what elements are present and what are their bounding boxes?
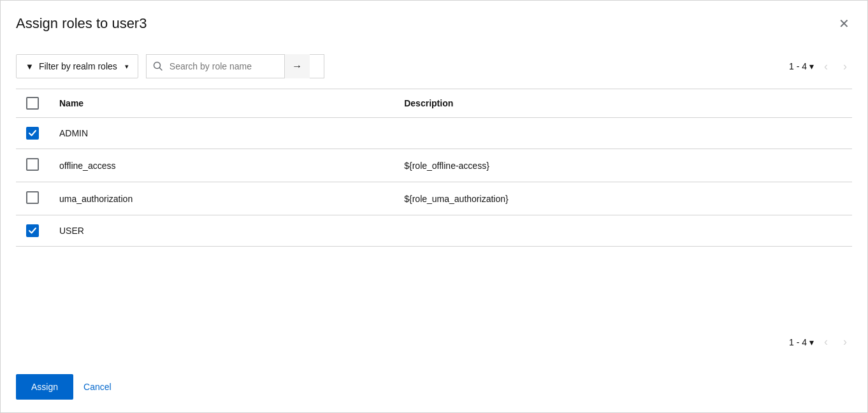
row-offline-checkbox[interactable] bbox=[26, 158, 39, 171]
filter-label: Filter by realm roles bbox=[39, 61, 117, 71]
footer-actions: Assign Cancel bbox=[1, 361, 867, 412]
table-row: offline_access ${role_offline-access} bbox=[16, 149, 852, 182]
row-admin-name: ADMIN bbox=[49, 118, 394, 149]
row-user-name: USER bbox=[49, 215, 394, 247]
row-user-checkbox[interactable] bbox=[26, 224, 39, 237]
close-icon: ✕ bbox=[839, 16, 850, 31]
assign-roles-dialog: Assign roles to user3 ✕ ▼ Filter by real… bbox=[0, 0, 868, 413]
select-all-checkbox[interactable] bbox=[26, 97, 39, 110]
page-range-label-top: 1 - 4 bbox=[789, 61, 807, 71]
page-range-bottom: 1 - 4 ▾ bbox=[789, 337, 814, 347]
bottom-pagination-area: 1 - 4 ▾ ‹ › bbox=[1, 322, 867, 361]
arrow-right-icon: → bbox=[292, 61, 302, 72]
row-admin-description bbox=[394, 118, 852, 149]
page-dropdown-icon-top[interactable]: ▾ bbox=[809, 61, 814, 71]
dialog-header: Assign roles to user3 ✕ bbox=[1, 1, 867, 44]
row-offline-description: ${role_offline-access} bbox=[394, 149, 852, 182]
table-row: USER bbox=[16, 215, 852, 247]
filter-dropdown-icon: ▾ bbox=[125, 62, 129, 71]
chevron-right-icon-bottom: › bbox=[843, 335, 847, 349]
chevron-right-icon-top: › bbox=[843, 60, 847, 73]
page-range-top: 1 - 4 ▾ bbox=[789, 61, 814, 71]
filter-icon: ▼ bbox=[25, 62, 34, 71]
page-dropdown-icon-bottom[interactable]: ▾ bbox=[809, 337, 814, 347]
chevron-left-icon-bottom: ‹ bbox=[824, 335, 828, 349]
table-header-row: Name Description bbox=[16, 89, 852, 118]
description-column-header: Description bbox=[394, 89, 852, 118]
svg-line-1 bbox=[159, 68, 162, 71]
row-offline-checkbox-cell bbox=[16, 149, 49, 182]
pagination-top: 1 - 4 ▾ ‹ › bbox=[789, 57, 852, 76]
row-uma-name: uma_authorization bbox=[49, 182, 394, 215]
next-page-top-button[interactable]: › bbox=[838, 57, 852, 76]
search-container: → bbox=[146, 54, 324, 78]
row-uma-checkbox-cell bbox=[16, 182, 49, 215]
toolbar: ▼ Filter by realm roles ▾ → 1 - 4 ▾ bbox=[1, 44, 867, 89]
row-admin-checkbox[interactable] bbox=[26, 127, 39, 140]
search-go-button[interactable]: → bbox=[284, 54, 310, 78]
name-column-header: Name bbox=[49, 89, 394, 118]
row-admin-checkbox-cell bbox=[16, 118, 49, 149]
row-uma-checkbox[interactable] bbox=[26, 191, 39, 204]
search-icon bbox=[147, 61, 170, 71]
chevron-left-icon-top: ‹ bbox=[824, 60, 828, 73]
table-container: Name Description bbox=[1, 89, 867, 322]
row-uma-description: ${role_uma_authorization} bbox=[394, 182, 852, 215]
cancel-button[interactable]: Cancel bbox=[83, 374, 112, 400]
prev-page-top-button[interactable]: ‹ bbox=[819, 57, 833, 76]
pagination-bottom: 1 - 4 ▾ ‹ › bbox=[789, 333, 852, 351]
select-all-column bbox=[16, 89, 49, 118]
assign-button[interactable]: Assign bbox=[16, 374, 73, 400]
page-range-label-bottom: 1 - 4 bbox=[789, 337, 807, 347]
next-page-bottom-button[interactable]: › bbox=[838, 333, 852, 351]
dialog-title: Assign roles to user3 bbox=[16, 15, 147, 32]
table-row: ADMIN bbox=[16, 118, 852, 149]
table-row: uma_authorization ${role_uma_authorizati… bbox=[16, 182, 852, 215]
filter-by-realm-roles-button[interactable]: ▼ Filter by realm roles ▾ bbox=[16, 54, 138, 78]
row-offline-name: offline_access bbox=[49, 149, 394, 182]
row-user-checkbox-cell bbox=[16, 215, 49, 247]
roles-table: Name Description bbox=[16, 89, 852, 247]
row-user-description bbox=[394, 215, 852, 247]
close-button[interactable]: ✕ bbox=[836, 13, 852, 34]
search-input[interactable] bbox=[170, 61, 284, 71]
prev-page-bottom-button[interactable]: ‹ bbox=[819, 333, 833, 351]
